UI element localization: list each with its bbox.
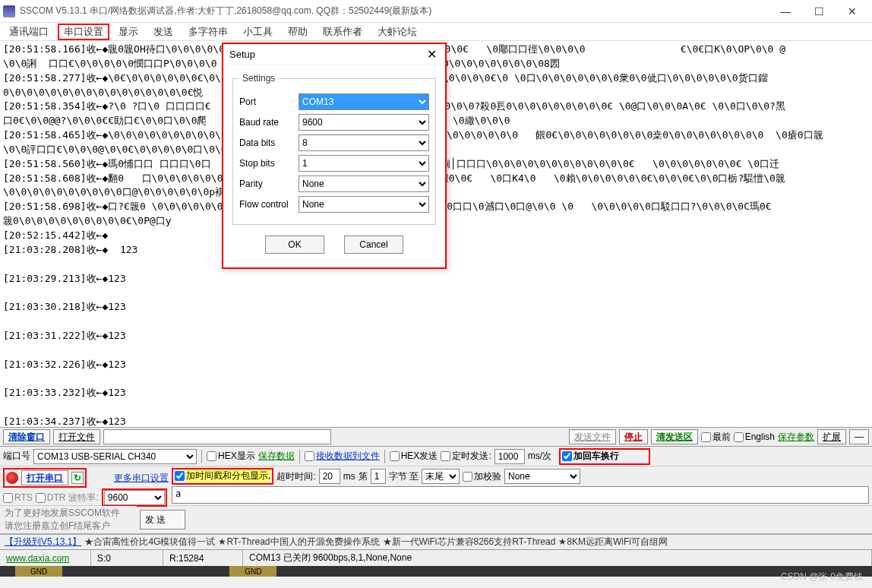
port-select[interactable]: COM13 <box>299 93 429 110</box>
clear-send-button[interactable]: 清发送区 <box>651 429 698 444</box>
seg-label: 第 <box>359 470 368 483</box>
port-num-label: 端口号 <box>3 450 30 463</box>
menubar: 通讯端口 串口设置 显示 发送 多字符串 小工具 帮助 联系作者 大虾论坛 <box>0 23 872 41</box>
seg-input[interactable] <box>371 469 386 484</box>
add-crlf-box: 加回车换行 <box>559 448 650 465</box>
settings-fieldset: Settings Port COM13 Baud rate 9600 Data … <box>232 73 436 225</box>
reload-icon[interactable]: ↻ <box>71 472 84 484</box>
hex-display-check[interactable]: HEX显示 <box>207 450 255 463</box>
interval-unit: ms/次 <box>528 450 551 463</box>
maximize-button[interactable]: ☐ <box>802 0 836 23</box>
settings-legend: Settings <box>239 73 278 84</box>
toolbar-row3: 打开串口 ↻ 更多串口设置 RTS DTR 波特率: 9600 加时间戳和分包显… <box>0 466 872 506</box>
port-label: Port <box>239 96 299 107</box>
stopbits-select[interactable]: 1 <box>299 155 429 172</box>
recv-to-file-check[interactable]: 接收数据到文件 <box>305 450 380 463</box>
collapse-button[interactable]: — <box>849 429 869 444</box>
seg-end-select[interactable]: 末尾 <box>422 469 460 484</box>
status-s: S:0 <box>91 550 163 566</box>
stopbits-label: Stop bits <box>239 158 299 169</box>
promo4[interactable]: ★8KM远距离WiFi可自组网 <box>558 536 668 548</box>
add-crlf-check[interactable]: 加回车换行 <box>562 450 619 463</box>
promo-bar: 【升级到V5.13.1】 ★合宙高性价比4G模块值得一试 ★RT-Thread中… <box>0 534 872 549</box>
gnd-label-1: GND <box>15 566 62 577</box>
toolbar-row2: 端口号 COM13 USB-SERIAL CH340 HEX显示 保存数据 接收… <box>0 447 872 466</box>
baud-rate-label: 波特率: <box>68 492 98 504</box>
menu-serial-settings[interactable]: 串口设置 <box>58 24 109 40</box>
window-buttons: — ☐ ✕ <box>769 0 869 23</box>
promo1[interactable]: ★合宙高性价比4G模块值得一试 <box>84 536 215 548</box>
status-url[interactable]: www.daxia.com <box>6 553 69 564</box>
hex-send-check[interactable]: HEX发送 <box>390 450 438 463</box>
baud-select[interactable]: 9600 <box>299 114 429 131</box>
bottom-strip: GND GND <box>0 566 872 577</box>
menu-display[interactable]: 显示 <box>112 24 144 40</box>
timed-send-check[interactable]: 定时发送: <box>441 450 491 463</box>
menu-help[interactable]: 帮助 <box>282 24 314 40</box>
window-title: SSCOM V5.13.1 串口/网络数据调试器,作者:大虾丁丁,2618058… <box>20 5 769 17</box>
check-type-select[interactable]: None <box>504 469 580 484</box>
topmost-check[interactable]: 最前 <box>701 431 731 444</box>
dialog-title: Setup <box>229 49 255 60</box>
timestamp-box: 加时间戳和分包显示, <box>172 468 273 485</box>
menu-tools[interactable]: 小工具 <box>237 24 279 40</box>
baud-rate-box: 9600 <box>102 488 167 507</box>
menu-forum[interactable]: 大虾论坛 <box>371 24 423 40</box>
interval-input[interactable] <box>494 449 525 464</box>
dtr-check[interactable]: DTR <box>36 492 66 503</box>
record-icon <box>6 472 18 484</box>
open-port-box: 打开串口 ↻ <box>3 468 87 488</box>
statusbar: www.daxia.com S:0 R:15284 COM13 已关闭 9600… <box>0 549 872 566</box>
databits-select[interactable]: 8 <box>299 134 429 151</box>
port-num-select[interactable]: COM13 USB-SERIAL CH340 <box>33 449 197 464</box>
add-check-check[interactable]: 加校验 <box>463 470 501 483</box>
close-button[interactable]: ✕ <box>836 0 869 23</box>
dialog-titlebar: Setup ✕ <box>223 44 445 65</box>
toolbar-row1: 清除窗口 打开文件 发送文件 停止 清发送区 最前 English 保存参数 扩… <box>0 427 872 447</box>
dialog-close-icon[interactable]: ✕ <box>424 47 439 62</box>
save-data-link[interactable]: 保存数据 <box>258 450 295 463</box>
status-r: R:15284 <box>163 550 243 566</box>
baud-rate-select[interactable]: 9600 <box>104 490 165 505</box>
databits-label: Data bits <box>239 138 299 148</box>
save-param-link[interactable]: 保存参数 <box>778 431 814 444</box>
timeout-label: 超时时间: <box>276 470 315 483</box>
gnd-label-2: GND <box>229 566 276 577</box>
status-port: COM13 已关闭 9600bps,8,1,None,None <box>243 550 872 566</box>
timeout-input[interactable] <box>319 469 340 484</box>
parity-label: Parity <box>239 179 299 189</box>
titlebar: SSCOM V5.13.1 串口/网络数据调试器,作者:大虾丁丁,2618058… <box>0 0 872 23</box>
ok-button[interactable]: OK <box>265 236 324 254</box>
app-icon <box>3 5 15 17</box>
send-button[interactable]: 发 送 <box>140 510 185 530</box>
timestamp-check[interactable]: 加时间戳和分包显示, <box>175 469 270 482</box>
flow-select[interactable]: None <box>299 196 429 213</box>
menu-multistring[interactable]: 多字符串 <box>182 24 234 40</box>
open-port-button[interactable]: 打开串口 <box>21 470 68 485</box>
rts-check[interactable]: RTS <box>3 492 33 503</box>
promo2[interactable]: ★RT-Thread中国人的开源免费操作系统 <box>218 536 379 548</box>
menu-contact[interactable]: 联系作者 <box>317 24 368 40</box>
cancel-button[interactable]: Cancel <box>344 236 403 254</box>
send-file-button[interactable]: 发送文件 <box>569 429 616 444</box>
setup-dialog: Setup ✕ Settings Port COM13 Baud rate 96… <box>222 43 447 269</box>
flow-label: Flow control <box>239 199 299 210</box>
help-text: 为了更好地发展SSCOM软件 请您注册嘉立创F结尾客户 <box>0 506 137 533</box>
send-textarea[interactable]: a <box>172 486 869 504</box>
seg-to-label: 字节 至 <box>389 470 419 483</box>
stop-button[interactable]: 停止 <box>619 429 648 444</box>
upgrade-link[interactable]: 【升级到V5.13.1】 <box>5 536 81 548</box>
expand-button[interactable]: 扩展 <box>817 429 846 444</box>
open-file-button[interactable]: 打开文件 <box>53 429 100 444</box>
file-path-input[interactable] <box>103 429 331 444</box>
minimize-button[interactable]: — <box>769 0 802 23</box>
menu-send[interactable]: 发送 <box>147 24 179 40</box>
promo3[interactable]: ★新一代WiFi芯片兼容8266支持RT-Thread <box>383 536 556 548</box>
parity-select[interactable]: None <box>299 175 429 192</box>
more-settings-link[interactable]: 更多串口设置 <box>114 472 169 485</box>
ms-label: ms <box>343 471 355 482</box>
baud-label: Baud rate <box>239 117 299 128</box>
english-check[interactable]: English <box>734 432 775 442</box>
clear-window-button[interactable]: 清除窗口 <box>3 429 50 444</box>
menu-comm-port[interactable]: 通讯端口 <box>3 24 55 40</box>
